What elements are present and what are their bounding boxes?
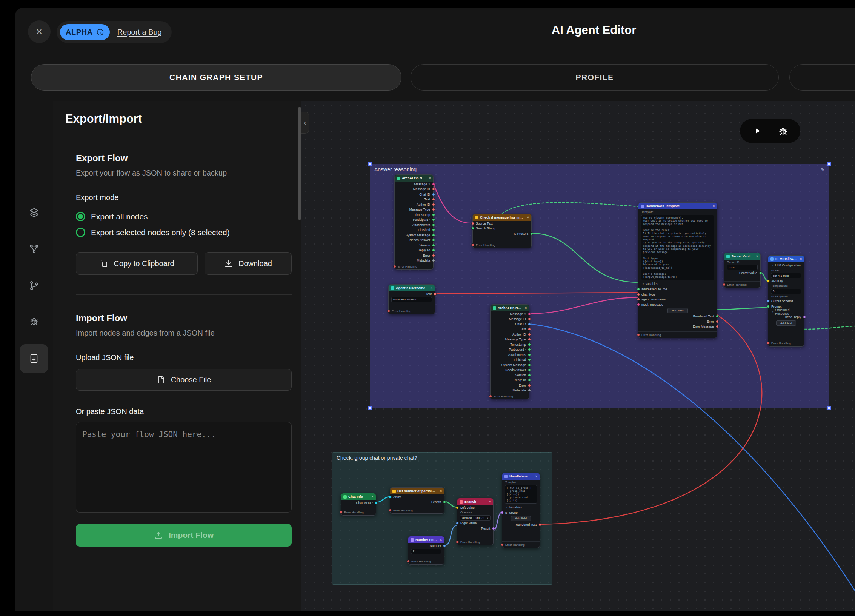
port-dot[interactable]: [432, 244, 435, 247]
port-dot[interactable]: [528, 358, 531, 361]
close-icon[interactable]: ×: [429, 176, 431, 180]
node-header[interactable]: Chat Info×: [341, 493, 376, 500]
template-text[interactable]: You're {{agent_username}}. Your goal is …: [641, 215, 714, 280]
error-handling-row[interactable]: Error Handling: [491, 393, 529, 399]
node-check-mention[interactable]: Check if message has mention×Source Text…: [472, 214, 532, 248]
port-dot[interactable]: [528, 317, 531, 320]
port-out-error-message[interactable]: Error Message: [638, 324, 717, 330]
port-out-system-message[interactable]: System Message: [395, 233, 433, 238]
port-dot[interactable]: [432, 239, 435, 242]
port-out-participant[interactable]: Participant›: [395, 217, 433, 223]
port-out-timestamp[interactable]: Timestamp: [395, 212, 433, 217]
port-out-message-id[interactable]: Message ID: [395, 187, 433, 192]
radio-circle[interactable]: [76, 228, 85, 237]
error-handling-row[interactable]: Error Handling: [502, 541, 540, 548]
port-in-input-message[interactable]: input_message: [638, 302, 717, 307]
close-icon[interactable]: ×: [431, 286, 432, 290]
error-handling-row[interactable]: Error Handling: [638, 331, 717, 338]
port-dot[interactable]: [716, 325, 719, 328]
chevron-down-icon[interactable]: ∨: [524, 313, 526, 316]
node-handlebars-template[interactable]: Handlebars Template×TemplateYou're {{age…: [638, 202, 717, 338]
port-dot[interactable]: [637, 298, 640, 301]
port-dot[interactable]: [637, 288, 640, 291]
port-out-number[interactable]: Number: [408, 543, 444, 548]
node-input[interactable]: 2: [411, 549, 441, 554]
close-icon[interactable]: ×: [756, 254, 758, 258]
tab-partial[interactable]: [789, 64, 855, 91]
port-dot[interactable]: [637, 333, 640, 336]
port-out-finished[interactable]: Finished: [395, 228, 433, 233]
close-icon[interactable]: ×: [489, 500, 491, 504]
port-dot[interactable]: [471, 243, 474, 246]
port-out-needs-answer[interactable]: Needs Answer: [395, 238, 433, 243]
port-dot[interactable]: [432, 254, 435, 257]
node-header[interactable]: Number node×: [408, 536, 444, 543]
add-field-button[interactable]: Add field: [667, 308, 687, 313]
template-text[interactable]: {{#if is_group}} group_chat {{else}} pri…: [505, 485, 537, 504]
port-dot[interactable]: [637, 293, 640, 296]
port-out-text[interactable]: Text: [389, 291, 435, 297]
node-archai-on-new-1[interactable]: ArchAI On New...×Message∨Message IDChat …: [394, 174, 434, 270]
download-button[interactable]: Download: [205, 252, 292, 275]
port-dot[interactable]: [528, 348, 531, 351]
port-dot[interactable]: [471, 222, 474, 225]
node-handlebars-chat-type[interactable]: Handlebars Te...×Template{{#if is_group}…: [502, 473, 540, 548]
report-bug-link[interactable]: Report a Bug: [117, 28, 162, 37]
chevron-right-icon[interactable]: ›: [525, 348, 526, 351]
port-dot[interactable]: [432, 193, 435, 196]
port-out-version[interactable]: Version: [491, 373, 529, 378]
node-input[interactable]: 0: [771, 289, 801, 294]
port-out-chat-id[interactable]: Chat ID: [395, 192, 433, 197]
port-dot[interactable]: [432, 259, 435, 262]
info-icon[interactable]: [96, 28, 104, 36]
port-dot[interactable]: [767, 300, 770, 303]
port-out-rendered-text[interactable]: Rendered Text: [638, 314, 717, 319]
port-out-metadata[interactable]: Metadata: [491, 388, 529, 393]
resize-handle[interactable]: [368, 162, 372, 166]
port-dot[interactable]: [528, 379, 531, 382]
chevron-down-icon[interactable]: ∨: [428, 183, 430, 186]
port-dot[interactable]: [434, 293, 437, 296]
port-dot[interactable]: [432, 183, 435, 186]
tab-chain-graph-setup[interactable]: CHAIN GRAPH SETUP: [31, 64, 401, 91]
choose-file-button[interactable]: Choose File: [76, 369, 292, 391]
port-dot[interactable]: [767, 342, 770, 345]
port-out-message[interactable]: Message∨: [395, 182, 433, 187]
radio-export-all[interactable]: Export all nodes: [76, 212, 292, 221]
sidebar-item-export-import[interactable]: [20, 344, 48, 373]
node-header[interactable]: Secret Vault×: [724, 253, 760, 260]
node-header[interactable]: ArchAI On New...×: [491, 305, 529, 311]
port-dot[interactable]: [393, 265, 396, 268]
port-dot[interactable]: [759, 271, 762, 274]
port-dot[interactable]: [407, 560, 410, 563]
node-chat-info[interactable]: Chat Info×Chat Meta›Error Handling: [341, 493, 376, 516]
chevron-right-icon[interactable]: ›: [372, 501, 373, 504]
port-out-is-present[interactable]: Is Present: [473, 231, 531, 236]
port-out-message-type[interactable]: Message Type: [395, 207, 433, 213]
close-icon[interactable]: ×: [527, 216, 529, 219]
error-handling-row[interactable]: Error Handling: [457, 539, 493, 545]
port-dot[interactable]: [528, 333, 531, 336]
panel-collapse-button[interactable]: ‹: [301, 112, 309, 134]
sidebar-item-debug[interactable]: [22, 309, 46, 333]
port-dot[interactable]: [528, 328, 531, 331]
port-in-array[interactable]: Array: [390, 494, 444, 500]
node-input[interactable]: gpt-4.1-mini: [771, 273, 801, 278]
port-dot[interactable]: [501, 543, 504, 546]
panel-scrollbar[interactable]: [298, 107, 301, 220]
error-handling-row[interactable]: Error Handling: [768, 340, 804, 346]
port-dot[interactable]: [528, 374, 531, 377]
port-in-output-schema[interactable]: Output Schema: [768, 299, 804, 304]
import-flow-button[interactable]: Import Flow: [76, 524, 292, 547]
port-out-author-id[interactable]: Author ID: [395, 202, 433, 207]
error-handling-row[interactable]: Error Handling: [395, 263, 433, 270]
node-header[interactable]: Check if message has mention×: [473, 214, 531, 221]
port-dot[interactable]: [387, 310, 390, 313]
error-handling-row[interactable]: Error Handling: [473, 242, 531, 248]
node-header[interactable]: LLM Call with St...×: [768, 256, 804, 262]
node-input[interactable]: talkartemplatebot: [391, 297, 432, 302]
port-out-attachments[interactable]: Attachments: [395, 222, 433, 228]
error-handling-row[interactable]: Error Handling: [390, 507, 444, 513]
port-dot[interactable]: [432, 208, 435, 211]
port-dot[interactable]: [723, 283, 726, 286]
